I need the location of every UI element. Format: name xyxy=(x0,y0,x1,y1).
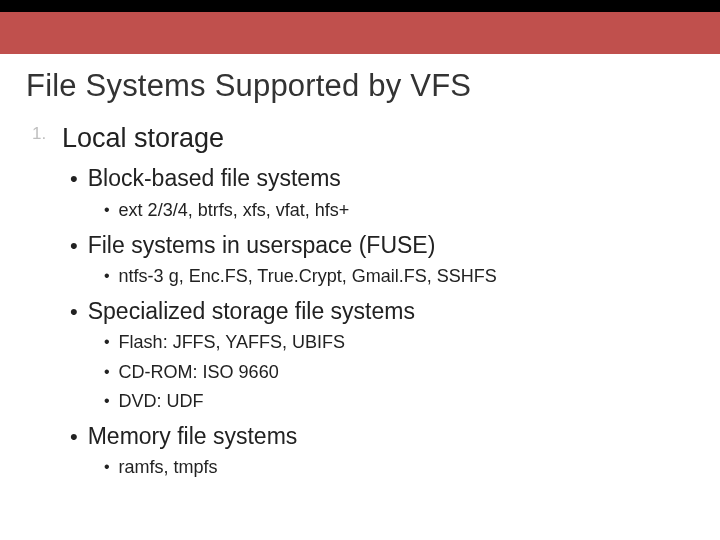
subbullet-memory-list: • ramfs, tmpfs xyxy=(104,456,694,479)
bullet-dot-icon: • xyxy=(70,168,78,193)
bullet-dot-icon: • xyxy=(70,301,78,326)
subbullet-text: ramfs, tmpfs xyxy=(119,456,218,479)
bullet-fuse: • File systems in userspace (FUSE) xyxy=(70,231,694,260)
header-band xyxy=(0,0,720,54)
slide-body: File Systems Supported by VFS 1. Local s… xyxy=(0,54,720,480)
bullet-dot-icon: • xyxy=(104,364,110,384)
subbullet-text: ext 2/3/4, btrfs, xfs, vfat, hfs+ xyxy=(119,199,350,222)
subbullet-flash: • Flash: JFFS, YAFFS, UBIFS xyxy=(104,331,694,354)
bullet-dot-icon: • xyxy=(104,393,110,413)
subbullet-text: CD-ROM: ISO 9660 xyxy=(119,361,279,384)
bullet-specialized: • Specialized storage file systems xyxy=(70,297,694,326)
bullet-fuse-label: File systems in userspace (FUSE) xyxy=(88,231,436,260)
subbullet-fuse-list: • ntfs-3 g, Enc.FS, True.Crypt, Gmail.FS… xyxy=(104,265,694,288)
bullet-memory-label: Memory file systems xyxy=(88,422,298,451)
bullet-memory: • Memory file systems xyxy=(70,422,694,451)
subbullet-block-fs-list: • ext 2/3/4, btrfs, xfs, vfat, hfs+ xyxy=(104,199,694,222)
subbullet-text: Flash: JFFS, YAFFS, UBIFS xyxy=(119,331,345,354)
subbullet-text: DVD: UDF xyxy=(119,390,204,413)
bullet-dot-icon: • xyxy=(104,202,110,222)
bullet-dot-icon: • xyxy=(70,426,78,451)
bullet-block-based: • Block-based file systems xyxy=(70,164,694,193)
bullet-dot-icon: • xyxy=(70,235,78,260)
header-band-strip xyxy=(0,0,720,12)
bullet-dot-icon: • xyxy=(104,334,110,354)
list-number: 1. xyxy=(32,122,54,154)
bullet-dot-icon: • xyxy=(104,459,110,479)
bullet-specialized-label: Specialized storage file systems xyxy=(88,297,415,326)
subbullet-text: ntfs-3 g, Enc.FS, True.Crypt, Gmail.FS, … xyxy=(119,265,497,288)
list-item-1: 1. Local storage xyxy=(32,122,694,154)
list-item-1-label: Local storage xyxy=(62,122,224,154)
slide-title: File Systems Supported by VFS xyxy=(26,68,694,104)
subbullet-cdrom: • CD-ROM: ISO 9660 xyxy=(104,361,694,384)
bullet-block-based-label: Block-based file systems xyxy=(88,164,341,193)
subbullet-dvd: • DVD: UDF xyxy=(104,390,694,413)
bullet-dot-icon: • xyxy=(104,268,110,288)
